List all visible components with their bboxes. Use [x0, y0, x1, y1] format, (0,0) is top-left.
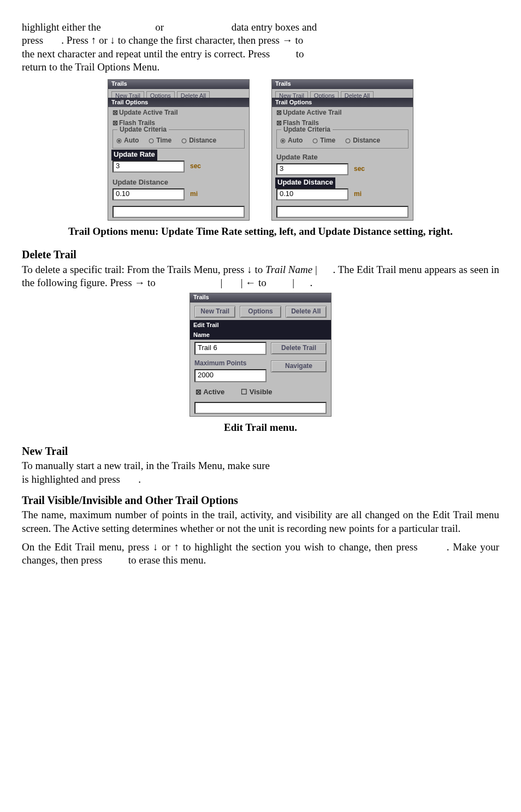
update-rate-label-wrap: Update Rate — [108, 150, 249, 161]
radio-label: Time — [156, 137, 171, 145]
distance-unit: mi — [354, 190, 362, 198]
name-label: Name — [190, 330, 331, 340]
delete-all-button[interactable]: Delete All — [286, 306, 327, 318]
intro-text: data entry boxes and — [232, 21, 317, 33]
update-distance-label: Update Distance — [108, 175, 249, 188]
dt-trail-name: Trail Name — [265, 264, 312, 275]
status-bar — [113, 206, 245, 218]
trail-options-panel-left: Trails New Trail Options Delete All Trai… — [108, 79, 250, 220]
edit-trail-panel: Trails New Trail Options Delete All Edit… — [190, 293, 331, 417]
update-rate-label: Update Rate — [111, 150, 157, 161]
svg-point-2 — [149, 139, 153, 143]
radio-icon — [181, 138, 187, 144]
chk-update-active-trail[interactable]: ⊠Update Active Trail — [108, 107, 249, 117]
radio-distance[interactable]: Distance — [181, 137, 216, 145]
intro-text: to — [296, 48, 304, 60]
radio-auto[interactable]: Auto — [116, 137, 139, 145]
trail-options-panel-right: Trails New Trail Options Delete All Trai… — [271, 79, 413, 220]
status-bar — [194, 402, 327, 414]
status-bar — [276, 206, 408, 218]
visible-checkbox[interactable]: ☐ Visible — [241, 388, 272, 397]
update-criteria-group: Update Criteria Auto Time Distance — [113, 129, 245, 149]
intro-text: . Press ↑ or ↓ to change the first chara… — [61, 34, 303, 46]
update-distance-label-wrap: Update Distance — [272, 177, 413, 188]
trail-options-figure: Trails New Trail Options Delete All Trai… — [22, 79, 499, 220]
nt-text: To manually start a new trail, in the Tr… — [22, 460, 270, 471]
delete-trail-paragraph: To delete a specific trail: From the Tra… — [22, 263, 499, 290]
group-label: Update Criteria — [117, 126, 169, 134]
options-button[interactable]: Options — [240, 306, 281, 318]
max-points-label: Maximum Points — [194, 357, 267, 368]
visible-label: Visible — [250, 388, 273, 396]
update-rate-label: Update Rate — [272, 150, 413, 163]
panel-titlebar: Trails — [190, 293, 331, 303]
update-rate-input[interactable]: 3 — [113, 161, 185, 173]
checkbox-icon: ⊠ — [113, 109, 118, 116]
update-distance-input[interactable]: 0.10 — [113, 188, 185, 200]
navigate-button[interactable]: Navigate — [271, 360, 327, 372]
max-points-input[interactable]: 2000 — [194, 369, 267, 382]
new-trail-button[interactable]: New Trail — [194, 306, 235, 318]
update-distance-input[interactable]: 0.10 — [276, 188, 348, 200]
svg-point-3 — [182, 139, 186, 143]
svg-point-7 — [346, 139, 350, 143]
chk-label: Update Active Trail — [119, 109, 178, 116]
radio-icon — [345, 138, 351, 144]
svg-point-6 — [313, 139, 317, 143]
panel-titlebar: Trails — [272, 80, 413, 89]
update-criteria-group: Update Criteria Auto Time Distance — [276, 129, 408, 149]
new-trail-paragraph: To manually start a new trail, in the Tr… — [22, 459, 499, 486]
dt-text: To delete a specific trail: From the Tra… — [22, 264, 265, 275]
intro-text: return to the Trail Options Menu. — [22, 61, 159, 73]
dt-pipe: | — [292, 277, 294, 288]
radio-time[interactable]: Time — [149, 137, 171, 145]
panel-subtitle: Trail Options — [272, 98, 413, 107]
radio-icon — [149, 138, 154, 144]
checkbox-icon: ⊠ — [196, 388, 203, 396]
group-label: Update Criteria — [281, 126, 333, 134]
radio-icon — [116, 138, 122, 144]
checkbox-icon: ⊠ — [276, 109, 282, 116]
nt-text: is highlighted and press — [22, 473, 120, 485]
intro-text: the next character and repeat until the … — [22, 48, 270, 60]
radio-distance[interactable]: Distance — [345, 137, 380, 145]
intro-or: or — [155, 21, 164, 33]
rate-unit: sec — [354, 165, 365, 173]
radio-icon — [280, 138, 286, 144]
figure-caption-1: Trail Options menu: Update Time Rate set… — [22, 225, 499, 238]
dt-pipe: | — [315, 264, 317, 275]
chk-update-active-trail[interactable]: ⊠Update Active Trail — [272, 107, 413, 117]
rate-unit: sec — [190, 162, 201, 170]
intro-paragraph: highlight either the or data entry boxes… — [22, 21, 499, 74]
checkbox-icon: ☐ — [241, 388, 250, 396]
radio-label: Distance — [353, 137, 380, 145]
update-distance-label: Update Distance — [275, 177, 335, 188]
panel-subtitle: Trail Options — [108, 98, 249, 107]
intro-text: highlight either the — [22, 21, 103, 33]
trail-name-input[interactable]: Trail 6 — [194, 342, 267, 355]
radio-auto[interactable]: Auto — [280, 137, 303, 145]
active-checkbox[interactable]: ⊠ Active — [196, 388, 224, 397]
panel-titlebar: Trails — [108, 80, 249, 89]
dt-pipe: | — [221, 277, 223, 288]
distance-unit: mi — [190, 190, 198, 198]
visibility-paragraph: The name, maximum number of points in th… — [22, 508, 499, 535]
nt-text: . — [138, 473, 141, 485]
active-label: Active — [203, 388, 224, 396]
chk-label: Update Active Trail — [283, 109, 342, 116]
radio-label: Time — [320, 137, 335, 145]
svg-point-5 — [282, 140, 284, 142]
new-trail-heading: New Trail — [22, 444, 499, 459]
radio-time[interactable]: Time — [312, 137, 335, 145]
radio-label: Distance — [189, 137, 216, 145]
dt-text: | ← to — [241, 277, 267, 288]
intro-text: press — [22, 34, 46, 46]
radio-label: Auto — [288, 137, 303, 145]
visibility-paragraph-2: On the Edit Trail menu, press ↓ or ↑ to … — [22, 541, 499, 567]
vis-text: to erase this menu. — [128, 554, 206, 566]
radio-icon — [312, 138, 318, 144]
delete-trail-button[interactable]: Delete Trail — [271, 342, 327, 354]
edit-trail-subtitle: Edit Trail — [190, 320, 331, 330]
figure-caption-2: Edit Trail menu. — [22, 421, 499, 434]
update-rate-input[interactable]: 3 — [276, 163, 348, 175]
